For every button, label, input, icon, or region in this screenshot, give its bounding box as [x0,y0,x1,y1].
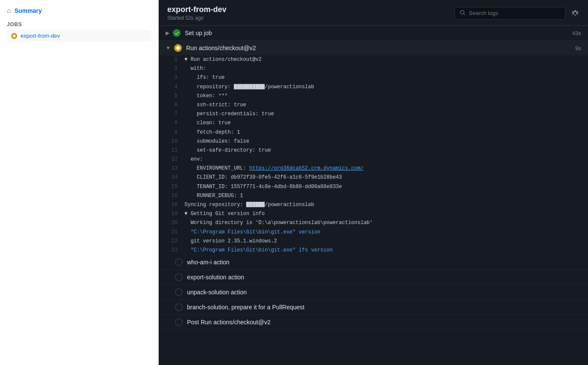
step-running-inner [176,46,180,50]
log-line-number: 4 [159,83,184,91]
log-line: 22 git version 2.35.1.windows.2 [159,237,588,246]
log-line-content: env: [184,156,588,164]
step-row-pending[interactable]: export-solution action [159,270,588,285]
log-line-content: CLIENT_ID: db972f39-0fe5-42f6-a1c6-5f9e1… [184,174,588,182]
log-line: 15 TENANT_ID: 1557f771-4c8e-4dbd-8b80-dd… [159,182,588,191]
log-line-number: 16 [159,192,184,200]
log-line-content: RUNNER_DEBUG: 1 [184,192,588,200]
sidebar-job-label: export-from-dev [21,33,60,39]
step-duration-setup-job: 43s [572,30,581,36]
step-row-setup-job[interactable]: ▶ Set up job 43s [159,26,588,41]
home-icon: ⌂ [7,7,11,15]
log-line-number: 14 [159,174,184,182]
log-line-number: 1 [159,56,184,64]
log-line-content: token: *** [184,92,588,100]
search-icon [460,10,465,17]
sidebar-item-export-from-dev[interactable]: export-from-dev [7,30,151,42]
sidebar-summary-link[interactable]: ⌂ Summary [0,3,158,20]
log-line: 11 set-safe-directory: true [159,146,588,155]
log-line-content: lfs: true [184,74,588,82]
header-actions [454,7,579,20]
log-line: 8 clean: true [159,119,588,128]
step-label-pending: Post Run actions/checkout@v2 [187,319,581,326]
step-duration-checkout: 9s [575,45,581,51]
step-status-icon-pending [175,288,183,296]
main-content: export-from-dev Started 52s ago ▶ [159,0,588,365]
step-label-pending: unpack-solution action [187,289,581,296]
log-line-content: Working directory is 'D:\a\poweractionsl… [184,219,588,227]
log-line-content: "C:\Program Files\Git\bin\git.exe" lfs v… [184,246,588,254]
step-expand-icon-setup[interactable]: ▶ [166,30,169,36]
step-label-pending: who-am-i action [187,259,581,266]
log-line: 20 Working directory is 'D:\a\poweractio… [159,218,588,227]
log-line: 21 "C:\Program Files\Git\bin\git.exe" ve… [159,228,588,237]
log-line-number: 15 [159,183,184,191]
log-line-content: clean: true [184,119,588,127]
step-row-pending[interactable]: who-am-i action [159,255,588,270]
step-status-icon-pending [175,273,183,281]
step-status-icon-success [173,29,181,37]
step-expand-icon-checkout[interactable]: ▼ [166,45,171,51]
step-row-pending[interactable]: Post Run actions/checkout@v2 [159,315,588,330]
job-title: export-from-dev [167,5,226,14]
log-line-content: submodules: false [184,138,588,146]
log-line: 14 CLIENT_ID: db972f39-0fe5-42f6-a1c6-5f… [159,173,588,182]
step-row-pending[interactable]: branch-solution, prepare it for a PullRe… [159,300,588,315]
log-line-content: repository: ██████████/poweractionslab [184,83,588,91]
search-box[interactable] [454,7,566,20]
job-subtitle: Started 52s ago [167,15,226,21]
log-line-number: 3 [159,74,184,82]
log-line-number: 20 [159,219,184,227]
main-header: export-from-dev Started 52s ago [159,0,588,26]
log-line-number: 23 [159,246,184,254]
step-status-icon-running [174,44,182,52]
log-line: 10 submodules: false [159,137,588,146]
settings-button[interactable] [571,9,579,18]
search-logs-input[interactable] [469,10,560,16]
step-label-pending: branch-solution, prepare it for a PullRe… [187,304,581,311]
log-line-content: TENANT_ID: 1557f771-4c8e-4dbd-8b80-dd00a… [184,183,588,191]
log-line-number: 19 [159,210,184,218]
log-line: 12 env: [159,155,588,164]
log-line-number: 13 [159,165,184,173]
log-area[interactable]: ▶ Set up job 43s ▼ Run actions/checkout@… [159,26,588,365]
log-line-content: "C:\Program Files\Git\bin\git.exe" versi… [184,228,588,236]
log-line-link[interactable]: https://org36dcab52.crm.dynamics.com/ [249,165,363,171]
log-line: 3 lfs: true [159,73,588,82]
step-row-pending[interactable]: unpack-solution action [159,285,588,300]
log-line: 19▼ Getting Git version info [159,209,588,218]
log-line-number: 11 [159,147,184,155]
sidebar: ⌂ Summary Jobs export-from-dev [0,0,159,365]
log-line-number: 22 [159,237,184,245]
log-line: 7 persist-credentials: true [159,110,588,119]
step-status-icon-pending [175,318,183,326]
sidebar-jobs-heading: Jobs [7,21,151,27]
log-line-content: persist-credentials: true [184,110,588,118]
step-label-setup-job: Set up job [185,30,572,36]
log-line-content: ENVIRONMENT_URL: https://org36dcab52.crm… [184,165,588,173]
pending-steps: who-am-i actionexport-solution actionunp… [159,255,588,330]
log-line-number: 5 [159,92,184,100]
job-status-dot-inner [13,35,15,37]
log-line-content: with: [184,65,588,73]
step-status-icon-pending [175,258,183,266]
sidebar-summary-label: Summary [15,7,42,14]
log-line-content: ▼ Getting Git version info [184,210,588,218]
log-line: 18Syncing repository: ██████/poweraction… [159,200,588,209]
header-title-area: export-from-dev Started 52s ago [167,5,226,21]
log-content-area: 1▼ Run actions/checkout@v22 with:3 lfs: … [159,55,588,255]
log-line-content: set-safe-directory: true [184,147,588,155]
step-row-checkout[interactable]: ▼ Run actions/checkout@v2 9s [159,41,588,55]
log-line-number: 6 [159,101,184,109]
log-line-content: git version 2.35.1.windows.2 [184,237,588,245]
log-line-content: ▼ Run actions/checkout@v2 [184,56,588,64]
log-line-content: fetch-depth: 1 [184,129,588,137]
log-line-number: 9 [159,129,184,137]
log-line: 13 ENVIRONMENT_URL: https://org36dcab52.… [159,164,588,173]
log-line-number: 2 [159,65,184,73]
log-line: 6 ssh-strict: true [159,101,588,110]
log-line: 5 token: *** [159,92,588,101]
log-line: 16 RUNNER_DEBUG: 1 [159,191,588,200]
job-status-running-icon [11,33,17,39]
log-line: 4 repository: ██████████/poweractionslab [159,83,588,92]
